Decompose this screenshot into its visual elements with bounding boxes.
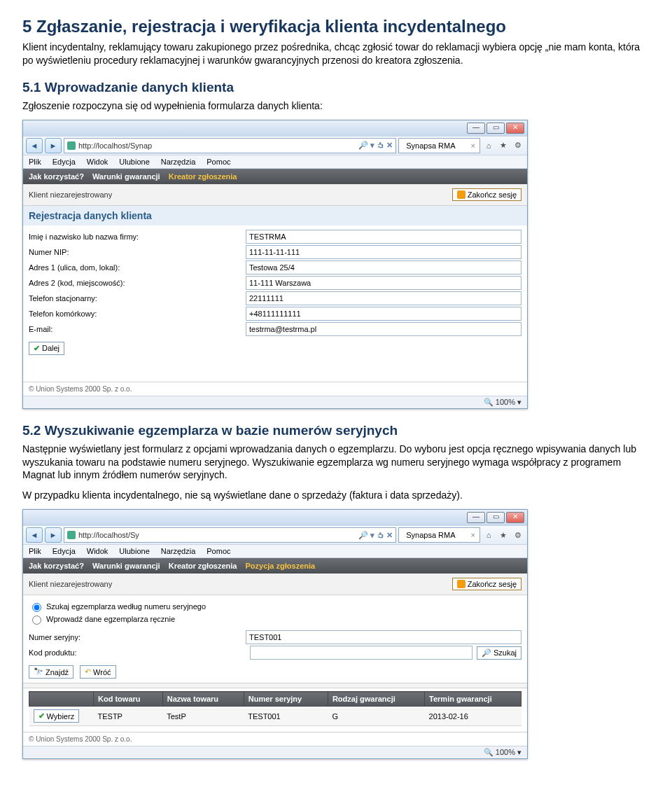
radio-serial[interactable] <box>32 603 41 612</box>
browser-status-bar: 🔍 100% ▾ <box>23 396 527 408</box>
appnav-wizard[interactable]: Kreator zgłoszenia <box>169 172 237 181</box>
appnav-warranty[interactable]: Warunki gwarancji <box>92 562 160 570</box>
window-close-button[interactable]: ✕ <box>506 512 524 523</box>
next-button[interactable]: ✔ Dalej <box>29 342 64 355</box>
menu-file[interactable]: Plik <box>29 158 41 166</box>
browser-menu-bar[interactable]: Plik Edycja Widok Ulubione Narzędzia Pom… <box>23 545 527 558</box>
appnav-position[interactable]: Pozycja zgłoszenia <box>246 562 316 570</box>
radio-serial-label: Szukaj egzemplarza według numeru seryjne… <box>46 602 206 611</box>
menu-view[interactable]: Widok <box>87 547 108 555</box>
menu-favorites[interactable]: Ulubione <box>119 158 149 166</box>
input-addr2[interactable] <box>246 276 522 290</box>
search-button[interactable]: 🔎 Szukaj <box>477 646 522 660</box>
browser-tab[interactable]: Synapsa RMA × <box>398 527 480 543</box>
section-5-heading: 5 Zgłaszanie, rejestracja i weryfikacja … <box>22 17 650 36</box>
search-icon[interactable]: 🔎 ▾ 🖒 ✕ <box>358 141 393 150</box>
serial-form: Numer seryjny: Kod produktu: 🔎 Szukaj 🔭 … <box>23 630 527 683</box>
home-icon[interactable]: ⌂ <box>482 529 495 541</box>
input-name[interactable] <box>246 230 522 244</box>
window-minimize-button[interactable]: — <box>467 123 485 134</box>
choose-button[interactable]: ✔ Wybierz <box>34 709 80 723</box>
menu-file[interactable]: Plik <box>29 547 41 555</box>
home-icon[interactable]: ⌂ <box>482 139 495 152</box>
search-icon[interactable]: 🔎 ▾ 🖒 ✕ <box>358 531 393 540</box>
user-label: Klient niezarejestrowany <box>29 580 112 588</box>
input-addr1[interactable] <box>246 260 522 275</box>
url-text: http://localhost/Synap <box>78 141 152 150</box>
menu-help[interactable]: Pomoc <box>206 547 230 555</box>
end-session-button[interactable]: Zakończ sesję <box>452 188 522 201</box>
appnav-how-to[interactable]: Jak korzystać? <box>29 562 84 570</box>
input-serial[interactable] <box>246 630 522 644</box>
appnav-how-to[interactable]: Jak korzystać? <box>29 172 84 181</box>
th-warranty-date: Termin gwarancji <box>425 692 522 707</box>
tab-close-icon[interactable]: × <box>471 531 475 539</box>
url-text: http://localhost/Sy <box>78 531 139 539</box>
favorites-icon[interactable]: ★ <box>497 139 510 152</box>
browser-tab[interactable]: Synapsa RMA × <box>398 138 480 153</box>
favicon-icon <box>67 141 76 150</box>
url-field[interactable]: http://localhost/Sy 🔎 ▾ 🖒 ✕ <box>64 527 396 543</box>
input-email[interactable] <box>246 322 522 336</box>
label-phone: Telefon stacjonarny: <box>29 294 246 303</box>
zoom-value: 100% <box>496 398 515 406</box>
window-maximize-button[interactable]: ▭ <box>486 512 505 523</box>
browser-back-button[interactable]: ◄ <box>26 527 43 543</box>
user-row: Klient niezarejestrowany Zakończ sesję <box>23 574 527 595</box>
section-5-2-heading: 5.2 Wyszukiwanie egzemplarza w bazie num… <box>22 423 650 438</box>
cell-serial: TEST001 <box>244 707 328 726</box>
end-session-button[interactable]: Zakończ sesję <box>452 578 522 590</box>
window-close-button[interactable]: ✕ <box>506 123 524 134</box>
section-5-2-text-1: Następnie wyświetlany jest formularz z o… <box>22 443 650 482</box>
appnav-wizard[interactable]: Kreator zgłoszenia <box>169 562 237 570</box>
browser-forward-button[interactable]: ► <box>45 138 62 153</box>
back-label: Wróć <box>93 668 111 676</box>
end-session-label: Zakończ sesję <box>468 580 517 588</box>
zoom-control[interactable]: 🔍 100% ▾ <box>484 398 522 407</box>
input-mobile[interactable] <box>246 307 522 321</box>
menu-edit[interactable]: Edycja <box>52 547 76 555</box>
menu-favorites[interactable]: Ulubione <box>119 547 149 555</box>
appnav-warranty[interactable]: Warunki gwarancji <box>92 172 160 181</box>
menu-edit[interactable]: Edycja <box>52 158 76 166</box>
cell-name: TestP <box>162 707 244 726</box>
browser-back-button[interactable]: ◄ <box>26 138 43 153</box>
input-phone[interactable] <box>246 291 522 305</box>
menu-tools[interactable]: Narzędzia <box>161 158 196 166</box>
section-5-1-heading: 5.1 Wprowadzanie danych klienta <box>22 80 650 95</box>
choose-label: Wybierz <box>47 712 75 721</box>
th-empty <box>29 692 94 707</box>
label-serial: Numer seryjny: <box>29 633 246 641</box>
power-icon <box>457 190 465 199</box>
menu-help[interactable]: Pomoc <box>206 158 230 166</box>
zoom-value: 100% <box>496 748 515 756</box>
menu-tools[interactable]: Narzędzia <box>161 547 196 555</box>
menu-view[interactable]: Widok <box>87 158 108 166</box>
back-button[interactable]: ↶ Wróć <box>80 665 115 679</box>
url-field[interactable]: http://localhost/Synap 🔎 ▾ 🖒 ✕ <box>64 138 396 153</box>
zoom-control[interactable]: 🔍 100% ▾ <box>484 748 522 757</box>
input-nip[interactable] <box>246 245 522 259</box>
th-warranty-type: Rodzaj gwarancji <box>328 692 424 707</box>
browser-forward-button[interactable]: ► <box>45 527 62 543</box>
window-maximize-button[interactable]: ▭ <box>486 123 505 134</box>
find-button[interactable]: 🔭 Znajdź <box>29 665 74 679</box>
app-footer: © Union Systems 2000 Sp. z o.o. <box>23 732 527 746</box>
window-minimize-button[interactable]: — <box>467 512 485 523</box>
tools-icon[interactable]: ⚙ <box>512 529 524 541</box>
search-label: Szukaj <box>493 648 517 657</box>
input-prodcode[interactable] <box>250 646 472 660</box>
check-icon: ✔ <box>34 344 40 353</box>
tab-close-icon[interactable]: × <box>471 141 475 150</box>
th-serial: Numer seryjny <box>244 692 328 707</box>
browser-menu-bar[interactable]: Plik Edycja Widok Ulubione Narzędzia Pom… <box>23 155 527 169</box>
table-row[interactable]: ✔ Wybierz TESTP TestP TEST001 G 2013-02-… <box>29 707 522 726</box>
tools-icon[interactable]: ⚙ <box>512 139 524 152</box>
label-name: Imię i nazwisko lub nazwa firmy: <box>29 232 246 241</box>
favicon-icon <box>67 531 76 539</box>
end-session-label: Zakończ sesję <box>468 190 517 199</box>
radio-manual[interactable] <box>32 616 41 625</box>
app-nav-bar: Jak korzystać? Warunki gwarancji Kreator… <box>23 558 527 574</box>
favorites-icon[interactable]: ★ <box>497 529 510 541</box>
browser-address-bar: ◄ ► http://localhost/Sy 🔎 ▾ 🖒 ✕ Synapsa … <box>23 525 527 545</box>
